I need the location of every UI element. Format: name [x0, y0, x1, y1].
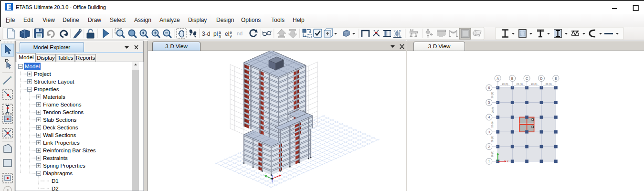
svg-text:nd: nd — [237, 31, 243, 36]
svg-text:20 (ft): 20 (ft) — [517, 83, 523, 85]
svg-text:Reinforcing Bar Sizes: Reinforcing Bar Sizes — [43, 148, 96, 153]
svg-text:3-d: 3-d — [202, 31, 210, 37]
svg-text:A: A — [496, 77, 499, 80]
svg-text:Frame Sections: Frame Sections — [43, 102, 82, 107]
svg-text:1: 1 — [488, 159, 490, 163]
svg-text:20 (ft): 20 (ft) — [491, 136, 494, 142]
svg-text:Slab Sections: Slab Sections — [43, 117, 77, 123]
svg-text:el: el — [225, 31, 229, 37]
svg-text:C: C — [526, 77, 528, 80]
svg-text:20 (ft): 20 (ft) — [502, 83, 508, 85]
svg-text:E: E — [555, 77, 557, 80]
svg-text:Project: Project — [34, 71, 52, 77]
svg-text:Properties: Properties — [34, 86, 59, 92]
svg-text:4: 4 — [488, 116, 490, 119]
svg-text:20 (ft): 20 (ft) — [491, 106, 494, 113]
svg-text:Structure Layout: Structure Layout — [34, 79, 74, 85]
svg-text:20 (ft): 20 (ft) — [491, 92, 494, 98]
svg-text:5: 5 — [488, 101, 490, 104]
svg-text:3: 3 — [488, 130, 490, 134]
svg-text:6: 6 — [488, 86, 490, 89]
svg-text:20 (ft): 20 (ft) — [491, 151, 494, 157]
svg-text:D2: D2 — [52, 186, 59, 191]
svg-text:20 (ft): 20 (ft) — [491, 121, 494, 127]
svg-text:Diaphragms: Diaphragms — [43, 170, 73, 176]
svg-text:20 (ft): 20 (ft) — [531, 83, 537, 85]
svg-text:D: D — [540, 77, 542, 80]
svg-text:Model: Model — [25, 64, 40, 69]
svg-text:v: v — [230, 34, 232, 39]
svg-text:20 (ft): 20 (ft) — [546, 83, 552, 85]
svg-text:B: B — [511, 77, 514, 80]
svg-text:Tendon Sections: Tendon Sections — [43, 109, 84, 115]
svg-text:Spring Properties: Spring Properties — [43, 163, 85, 169]
svg-text:Restraints: Restraints — [43, 155, 68, 161]
svg-text:n: n — [219, 34, 221, 39]
svg-text:pl: pl — [213, 31, 218, 37]
svg-text:Link Properties: Link Properties — [43, 140, 80, 146]
svg-text:D1: D1 — [52, 178, 59, 184]
svg-text:Wall Sections: Wall Sections — [43, 132, 76, 138]
svg-text:Deck Sections: Deck Sections — [43, 125, 78, 130]
svg-text:Materials: Materials — [43, 94, 65, 100]
svg-text:2: 2 — [488, 145, 490, 149]
